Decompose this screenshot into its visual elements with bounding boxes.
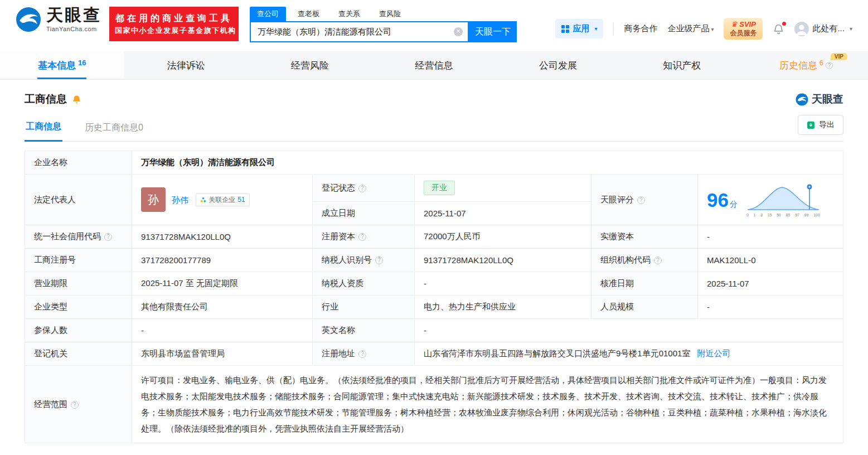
paid-capital-value: -: [698, 225, 843, 249]
legal-rep-cell: 孙 孙伟 关联企业 51: [132, 175, 313, 225]
chevron-down-icon: ▾: [850, 26, 852, 32]
help-icon[interactable]: ?: [71, 401, 79, 409]
org-code-value: MAK120LL-0: [698, 249, 843, 272]
subtab-business-info[interactable]: 工商信息: [25, 115, 62, 142]
table-row: 法定代表人 孙 孙伟 关联企业 51 登记状态? 开业 天眼评分?: [25, 175, 843, 202]
tab-company-development[interactable]: 公司发展: [496, 51, 620, 79]
paid-capital-label: 实缴资本: [591, 225, 698, 249]
user-account-menu[interactable]: 此处有... ▾: [794, 22, 852, 36]
svip-membership-button[interactable]: ♛ SVIP 会员服务: [724, 18, 763, 40]
score-label: 天眼评分?: [591, 175, 698, 225]
help-icon[interactable]: ?: [358, 350, 366, 358]
help-icon[interactable]: ?: [637, 196, 645, 204]
reg-authority-value: 东明县市场监督管理局: [132, 342, 313, 366]
tab-basic-info[interactable]: 基本信息16: [0, 51, 124, 79]
staff-size-label: 人员规模: [591, 296, 698, 319]
score-axis: 0131550859799100: [746, 213, 820, 217]
taxpayer-quality-value: -: [415, 272, 591, 296]
tianyancha-eye-icon: [16, 7, 41, 32]
help-icon[interactable]: ?: [358, 233, 366, 241]
tab-legal-litigation[interactable]: 法律诉讼: [124, 51, 248, 79]
company-type-value: 其他有限责任公司: [132, 296, 313, 319]
company-type-label: 企业类型: [25, 296, 132, 319]
insured-count-label: 参保人数: [25, 319, 132, 342]
tab-history-info[interactable]: VIP 历史信息6 ?: [744, 51, 868, 79]
apps-grid-icon: [561, 25, 569, 33]
chevron-down-icon: ▾: [594, 26, 597, 32]
business-term-label: 营业期限: [25, 272, 132, 296]
brand-domain: TianYanCha.com: [46, 26, 101, 32]
top-header: 天眼查 TianYanCha.com 都在用的商业查询工具 国家中小企业发展子基…: [0, 0, 868, 51]
business-cooperation-link[interactable]: 商务合作: [624, 23, 657, 34]
search-box: ×: [250, 21, 469, 42]
tab-intellectual-property[interactable]: 知识产权: [620, 51, 744, 79]
divider: [613, 23, 614, 35]
help-icon[interactable]: ?: [358, 185, 366, 192]
tianyancha-logo[interactable]: 天眼查 TianYanCha.com: [16, 7, 101, 32]
score-cell: 96分 0131550859799100: [698, 175, 843, 225]
brand-name: 天眼查: [46, 7, 101, 23]
tianyancha-watermark: 天眼查: [796, 92, 843, 107]
reg-authority-label: 登记机关: [25, 342, 132, 366]
table-row: 登记机关 东明县市场监督管理局 注册地址? 山东省菏泽市东明县五四路与解放路交叉…: [25, 342, 843, 366]
english-name-label: 英文名称: [313, 319, 415, 342]
clear-search-icon[interactable]: ×: [454, 27, 463, 36]
notifications-bell-button[interactable]: [773, 23, 784, 35]
subtab-row: 工商信息 历史工商信息0 导出: [25, 115, 843, 142]
table-row: 经营范围? 许可项目：发电业务、输电业务、供（配）电业务。（依法须经批准的项目，…: [25, 366, 843, 443]
credit-code-label: 统一社会信用代码?: [25, 225, 132, 249]
subtab-history-business-info[interactable]: 历史工商信息0: [84, 117, 144, 141]
related-companies-tag[interactable]: 关联企业 51: [196, 193, 249, 206]
reg-status-label: 登记状态?: [313, 175, 415, 202]
establish-date-label: 成立日期: [313, 202, 415, 225]
tab-operation-info[interactable]: 经营信息: [372, 51, 496, 79]
search-tab-risk[interactable]: 查风险: [372, 7, 408, 21]
search-tab-relation[interactable]: 查关系: [331, 7, 367, 21]
search-tab-boss[interactable]: 查老板: [290, 7, 327, 21]
reg-capital-value: 72000万人民币: [415, 225, 591, 249]
export-button[interactable]: 导出: [798, 115, 843, 135]
approval-date-label: 核准日期: [591, 272, 698, 296]
company-nav-tabs: 基本信息16 法律诉讼 经营风险 经营信息 公司发展 知识产权 VIP 历史信息…: [0, 51, 868, 80]
company-name-value: 万华绿能（东明）清洁能源有限公司: [132, 151, 843, 175]
vip-badge: VIP: [831, 53, 847, 60]
nearby-companies-link[interactable]: 附近公司: [697, 348, 730, 358]
insured-count-value: -: [132, 319, 313, 342]
business-scope-label: 经营范围?: [25, 366, 132, 443]
help-icon[interactable]: ?: [654, 256, 662, 264]
promo-line1: 都在用的商业查询工具: [115, 12, 233, 25]
tab-operation-risk[interactable]: 经营风险: [248, 51, 372, 79]
reg-number-value: 371728200177789: [132, 249, 313, 272]
help-icon[interactable]: ?: [375, 256, 383, 264]
legal-rep-avatar[interactable]: 孙: [141, 187, 166, 212]
help-icon[interactable]: ?: [104, 233, 112, 241]
reg-capital-label: 注册资本?: [313, 225, 415, 249]
apps-menu-button[interactable]: 应用 ▾: [555, 19, 603, 38]
main-content: 工商信息 天眼查 工商信息 历史工商信息0 导出 企业名称 万华绿能（东明）清洁…: [0, 92, 868, 443]
score-distribution-chart: 0131550859799100: [746, 183, 820, 217]
legal-rep-link[interactable]: 孙伟: [172, 195, 188, 205]
org-code-label: 组织机构代码?: [591, 249, 698, 272]
establish-date-value: 2025-11-07: [415, 202, 591, 225]
tianyancha-eye-icon: [796, 93, 808, 106]
table-row: 企业名称 万华绿能（东明）清洁能源有限公司: [25, 151, 843, 175]
table-row: 参保人数 - 英文名称 -: [25, 319, 843, 342]
status-badge: 开业: [424, 181, 455, 195]
industry-value: 电力、热力生产和供应业: [415, 296, 591, 319]
header-right: 应用 ▾ 商务合作 企业级产品▾ ♛ SVIP 会员服务 此处有... ▾: [555, 7, 852, 40]
search-input[interactable]: [251, 27, 468, 37]
help-icon[interactable]: ?: [826, 62, 833, 69]
table-row: 营业期限 2025-11-07 至 无固定期限 纳税人资质 - 核准日期 202…: [25, 272, 843, 296]
legal-rep-label: 法定代表人: [25, 175, 132, 225]
table-row: 企业类型 其他有限责任公司 行业 电力、热力生产和供应业 人员规模 -: [25, 296, 843, 319]
business-term-value: 2025-11-07 至 无固定期限: [132, 272, 313, 296]
subscribe-bell-icon[interactable]: [72, 95, 81, 104]
notification-dot: [782, 22, 786, 26]
search-tab-company[interactable]: 查公司: [250, 7, 286, 21]
table-row: 统一社会信用代码? 91371728MAK120LL0Q 注册资本? 72000…: [25, 225, 843, 249]
taxpayer-id-label: 纳税人识别号?: [313, 249, 415, 272]
taxpayer-id-value: 91371728MAK120LL0Q: [415, 249, 591, 272]
business-info-table: 企业名称 万华绿能（东明）清洁能源有限公司 法定代表人 孙 孙伟 关联企业 51: [25, 151, 843, 443]
search-button[interactable]: 天眼一下: [469, 21, 517, 42]
enterprise-products-menu[interactable]: 企业级产品▾: [667, 23, 714, 34]
